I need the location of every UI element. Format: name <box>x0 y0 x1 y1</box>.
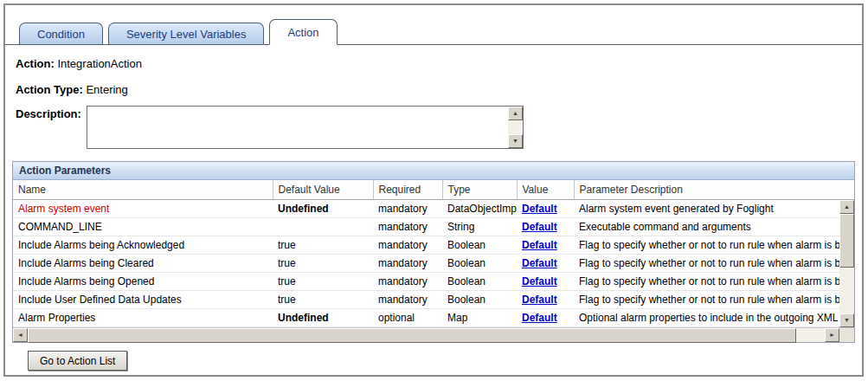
scrollbar-track[interactable] <box>508 120 523 134</box>
scroll-up-icon[interactable]: ▲ <box>508 107 523 120</box>
param-type: DataObjectImpl <box>442 200 517 218</box>
param-description: Executable command and arguments <box>574 218 839 236</box>
param-description: Optional alarm properties to include in … <box>574 309 839 327</box>
action-type-label: Action Type: <box>16 83 83 96</box>
default-link[interactable]: Default <box>522 221 557 233</box>
default-link[interactable]: Default <box>522 275 557 287</box>
table-row: Include User Defined Data Updates true m… <box>13 291 839 309</box>
param-type: Boolean <box>442 255 517 273</box>
param-default: true <box>273 236 373 255</box>
param-type: Boolean <box>442 291 517 309</box>
parameters-table: Name Default Value Required Type Value P… <box>13 180 839 327</box>
col-header-name: Name <box>13 180 273 200</box>
scrollbar-track[interactable] <box>839 268 854 313</box>
action-field: Action: IntegrationAction <box>16 57 862 71</box>
scroll-up-icon[interactable]: ▲ <box>839 200 854 214</box>
param-type: String <box>442 218 517 236</box>
description-label: Description: <box>16 106 87 149</box>
param-description: Flag to specify whether or not to run ru… <box>574 255 839 273</box>
param-description: Flag to specify whether or not to run ru… <box>574 273 839 291</box>
param-name: COMMAND_LINE <box>13 218 273 236</box>
scrollbar-header-spacer <box>839 180 854 200</box>
rule-action-panel: Condition Severity Level Variables Actio… <box>3 3 864 377</box>
scroll-right-icon[interactable]: ► <box>825 328 839 342</box>
scroll-down-icon[interactable]: ▼ <box>508 134 523 148</box>
go-to-action-list-button[interactable]: Go to Action List <box>28 351 127 371</box>
param-default <box>273 218 373 236</box>
tab-severity-level-variables[interactable]: Severity Level Variables <box>108 23 265 44</box>
scroll-down-icon[interactable]: ▼ <box>839 313 854 327</box>
default-link[interactable]: Default <box>522 312 557 324</box>
default-link[interactable]: Default <box>522 294 557 306</box>
description-scrollbar[interactable]: ▲ ▼ <box>508 107 523 148</box>
action-label: Action: <box>16 57 55 70</box>
table-row: Alarm system event Undefined mandatory D… <box>13 200 839 218</box>
param-default: true <box>273 255 373 273</box>
param-description: Flag to specify whether or not to run ru… <box>574 291 839 309</box>
param-description: Flag to specify whether or not to run ru… <box>574 236 839 255</box>
param-required: mandatory <box>373 218 442 236</box>
param-name: Alarm Properties <box>13 309 273 327</box>
param-default: Undefined <box>273 200 373 218</box>
param-type: Map <box>442 309 517 327</box>
scroll-left-icon[interactable]: ◄ <box>13 328 28 342</box>
action-value: IntegrationAction <box>57 57 142 70</box>
action-type-field: Action Type: Entering <box>16 83 862 97</box>
param-type: Boolean <box>442 273 517 291</box>
table-horizontal-scrollbar[interactable]: ◄ ► <box>13 328 839 342</box>
param-type: Boolean <box>442 236 517 255</box>
table-row: Include Alarms being Opened true mandato… <box>13 273 839 291</box>
default-link[interactable]: Default <box>522 239 557 251</box>
param-default: true <box>273 273 373 291</box>
tab-condition[interactable]: Condition <box>19 23 103 44</box>
description-textarea[interactable] <box>87 107 509 148</box>
parameters-table-area: Name Default Value Required Type Value P… <box>13 180 839 327</box>
col-header-description: Parameter Description <box>574 180 839 200</box>
default-link[interactable]: Default <box>522 257 557 269</box>
param-name: Include Alarms being Cleared <box>13 255 273 273</box>
param-default: true <box>273 291 373 309</box>
tab-action[interactable]: Action <box>269 19 337 45</box>
col-header-value: Value <box>517 180 574 200</box>
description-textbox: ▲ ▼ <box>87 106 524 149</box>
description-field: Description: ▲ ▼ <box>16 106 862 149</box>
param-description: Alarm system event generated by Foglight <box>574 200 839 218</box>
table-horizontal-scrollbar-row: ◄ ► <box>13 327 854 342</box>
param-required: mandatory <box>373 255 442 273</box>
param-name: Include User Defined Data Updates <box>13 291 273 309</box>
table-row: Include Alarms being Acknowledged true m… <box>13 236 839 255</box>
header-row: Name Default Value Required Type Value P… <box>13 180 839 200</box>
param-name: Include Alarms being Acknowledged <box>13 236 273 255</box>
vertical-scroll-thumb[interactable] <box>839 214 854 268</box>
scrollbar-corner <box>839 328 854 342</box>
table-row: Include Alarms being Cleared true mandat… <box>13 255 839 273</box>
param-required: mandatory <box>373 291 442 309</box>
table-row: Alarm Properties Undefined optional Map … <box>13 309 839 327</box>
action-type-value: Entering <box>86 83 127 96</box>
col-header-required: Required <box>373 180 442 200</box>
param-name: Include Alarms being Opened <box>13 273 273 291</box>
table-row: COMMAND_LINE mandatory String Default Ex… <box>13 218 839 236</box>
param-required: mandatory <box>373 200 442 218</box>
horizontal-scroll-thumb[interactable] <box>28 328 796 343</box>
action-parameters-header: Action Parameters <box>13 162 854 180</box>
col-header-type: Type <box>442 180 517 200</box>
param-required: mandatory <box>373 273 442 291</box>
col-header-default-value: Default Value <box>273 180 373 200</box>
param-name: Alarm system event <box>13 200 273 218</box>
param-required: mandatory <box>373 236 442 255</box>
table-vertical-scrollbar[interactable]: ▲ ▼ <box>839 180 854 327</box>
scrollbar-track[interactable] <box>796 328 825 342</box>
param-required: optional <box>373 309 442 327</box>
action-parameters-section: Action Parameters Name Default Value Req… <box>12 161 855 343</box>
default-link[interactable]: Default <box>522 203 557 215</box>
param-default: Undefined <box>273 309 373 327</box>
tab-bar: Condition Severity Level Variables Actio… <box>5 12 862 45</box>
